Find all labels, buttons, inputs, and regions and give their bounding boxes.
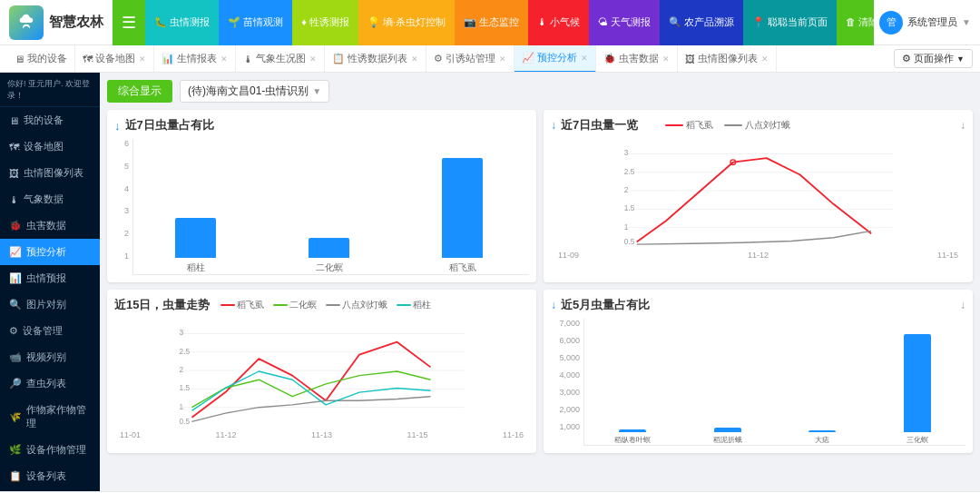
close-icon[interactable]: ✕: [139, 54, 146, 64]
map-sidebar-icon: 🗺: [9, 142, 19, 153]
sidebar-item-analysis[interactable]: 📈 预控分析: [0, 239, 100, 265]
nav-tab-menu[interactable]: ☰: [113, 0, 145, 45]
bar-4-3: [808, 430, 836, 432]
legend-3-4: 稻柱: [397, 299, 431, 311]
bar-1: [175, 218, 216, 258]
device-icon: 🖥: [15, 54, 24, 64]
bar-label-4-1: 稻纵卷叶螟: [614, 435, 651, 445]
sub-tab-device-map[interactable]: 🗺 设备地图✕: [75, 45, 154, 73]
image-list-sidebar-icon: 🖼: [9, 168, 19, 179]
bar-chart-icon: ↓: [114, 119, 121, 133]
page-action-btn[interactable]: ⚙ 页面操作 ▼: [894, 49, 973, 68]
sub-tab-data-list[interactable]: 📋 性诱数据列表✕: [325, 45, 426, 73]
svg-text:2.5: 2.5: [180, 347, 191, 356]
bar-label-4-2: 稻泥折蛾: [713, 435, 742, 445]
close-icon-8[interactable]: ✕: [761, 54, 769, 64]
svg-text:1: 1: [624, 222, 629, 232]
close-icon-4[interactable]: ✕: [411, 54, 418, 64]
sidebar-item-video[interactable]: 📹 视频列别: [0, 344, 100, 370]
bar-group-1: 稻柱: [138, 218, 253, 274]
chart1-y-axis: 6 5 4 3 2 1: [114, 139, 132, 275]
nav-tab-bug[interactable]: 🐛 虫情测报: [145, 0, 219, 45]
device-select[interactable]: (待)海南文昌01-虫情识别 ▼: [180, 80, 329, 103]
weather-chart-icon: 🌡: [243, 54, 253, 64]
sidebar-item-image-compare[interactable]: 🔍 图片对别: [0, 291, 100, 318]
chart1-bars: 稻柱 二化螟 稻飞虱: [132, 139, 529, 275]
sidebar-item-device-crop[interactable]: 🌿 设备作物管理: [0, 437, 100, 463]
close-icon-2[interactable]: ✕: [220, 54, 228, 64]
sub-tab-pest-images[interactable]: 🖼 虫情图像列表✕: [678, 45, 777, 73]
sidebar-item-forecast[interactable]: 📊 虫情预报: [0, 265, 100, 291]
svg-text:1: 1: [180, 402, 184, 411]
bar-label-3: 稻飞虱: [449, 261, 476, 274]
header-user[interactable]: 管 系统管理员 ▼: [879, 11, 971, 35]
sub-tab-analysis[interactable]: 📈 预控分析✕: [514, 45, 596, 73]
device-crop-sidebar-icon: 🌿: [9, 444, 22, 456]
close-icon-6[interactable]: ✕: [581, 54, 588, 63]
manage-icon: ⚙: [434, 53, 443, 64]
bar-group-2: 二化螟: [271, 238, 387, 274]
nav-tab-sprout[interactable]: 🌱 苗情观测: [219, 0, 292, 45]
nav-tab-eco[interactable]: 📷 生态监控: [455, 0, 528, 45]
main-content: 综合显示 (待)海南文昌01-虫情识别 ▼ ↓ 近7日虫量占有比 6 5: [100, 73, 980, 491]
legend-3-1: 稻飞虱: [220, 299, 264, 311]
chart4-header: ↓ 近5月虫量占有比 ↓: [551, 297, 965, 313]
nav-tab-clear[interactable]: 🗑 清除缓存: [837, 0, 874, 45]
sub-tab-my-device[interactable]: 🖥 我的设备: [7, 45, 75, 73]
sidebar: 你好! 亚元用户. 欢迎登录！ 🖥 我的设备 🗺 设备地图 🖼 虫情图像列表 🌡…: [0, 73, 100, 491]
sidebar-user-greeting: 你好! 亚元用户. 欢迎登录！: [0, 73, 100, 107]
bar-group-4-2: 稻泥折蛾: [684, 428, 772, 445]
sub-tab-attract-manage[interactable]: ⚙ 引诱站管理✕: [426, 45, 514, 73]
cloud-leaf-icon: [16, 13, 36, 33]
chart2-download-icon[interactable]: ↓: [960, 119, 965, 132]
bar-chart2-icon: ↓: [551, 299, 556, 311]
map-icon: 🗺: [83, 54, 93, 64]
sidebar-item-search-pest[interactable]: 🔎 查虫列表: [0, 370, 100, 397]
comprehensive-display-button[interactable]: 综合显示: [107, 80, 172, 103]
bar-label-2: 二化螟: [316, 261, 343, 274]
chart-panel-1: ↓ 近7日虫量占有比 6 5 4 3 2 1: [107, 110, 536, 282]
sidebar-item-pest-images[interactable]: 🖼 虫情图像列表: [0, 160, 100, 186]
sub-tab-report[interactable]: 📊 生情报表✕: [154, 45, 236, 73]
nav-tab-lamp[interactable]: 💡 墒·杀虫灯控制: [358, 0, 455, 45]
nav-tab-trace[interactable]: 🔍 农产品溯源: [660, 0, 743, 45]
sub-tab-weather-chart[interactable]: 🌡 气象生况图✕: [236, 45, 325, 73]
chart3-title: 近15日，虫量走势: [114, 297, 210, 313]
dropdown-icon: ▼: [956, 54, 965, 64]
header: 智慧农林 ☰ 🐛 虫情测报 🌱 苗情观测 ♦ 牲诱测报 💡 墒·杀虫灯控制 📷 …: [0, 0, 980, 45]
user-avatar: 管: [879, 11, 903, 35]
close-icon-7[interactable]: ✕: [662, 54, 670, 64]
settings-icon: ⚙: [902, 53, 911, 64]
nav-tab-current[interactable]: 📍 聪聪当前页面: [743, 0, 837, 45]
bar-2: [309, 238, 349, 258]
nav-tab-trap[interactable]: ♦ 牲诱测报: [292, 0, 358, 45]
bar-label-1: 稻柱: [187, 261, 205, 274]
sidebar-item-pest-data[interactable]: 🐞 虫害数据: [0, 212, 100, 239]
bar-4-2: [714, 428, 741, 432]
chart-panel-4: ↓ 近5月虫量占有比 ↓ 7,000 6,000 5,000 4,000 3,0…: [544, 290, 973, 453]
chart4-download-icon[interactable]: ↓: [960, 299, 965, 311]
sidebar-item-device-map[interactable]: 🗺 设备地图: [0, 133, 100, 160]
chart2-header: ↓ 近7日虫量一览 稻飞虱 八点刘灯蛾 ↓: [551, 117, 965, 133]
chart4-y-axis: 7,000 6,000 5,000 4,000 3,000 2,000 1,00…: [551, 319, 583, 446]
close-icon-5[interactable]: ✕: [499, 54, 506, 64]
chart1-title: ↓ 近7日虫量占有比: [114, 117, 529, 133]
nav-tab-weather[interactable]: 🌤 天气测报: [589, 0, 660, 45]
forecast-sidebar-icon: 📊: [9, 272, 22, 284]
nav-tab-climate[interactable]: 🌡 小气候: [528, 0, 589, 45]
sidebar-item-crop-manage[interactable]: 🌾 作物家作物管理: [0, 397, 100, 437]
sidebar-item-my-device[interactable]: 🖥 我的设备: [0, 107, 100, 133]
nav-tabs: ☰ 🐛 虫情测报 🌱 苗情观测 ♦ 牲诱测报 💡 墒·杀虫灯控制 📷 生态监控 …: [113, 0, 874, 45]
chart4-area: 7,000 6,000 5,000 4,000 3,000 2,000 1,00…: [551, 319, 965, 446]
sub-tab-pest-data[interactable]: 🐞 虫害数据✕: [596, 45, 678, 73]
close-icon-3[interactable]: ✕: [309, 54, 317, 64]
sidebar-item-weather[interactable]: 🌡 气象数据: [0, 186, 100, 212]
compare-sidebar-icon: 🔍: [9, 299, 22, 311]
weather-sidebar-icon: 🌡: [9, 194, 19, 205]
line-chart-icon: ↓: [551, 119, 556, 132]
sidebar-item-device-list[interactable]: 📋 设备列表: [0, 463, 100, 489]
main-layout: 你好! 亚元用户. 欢迎登录！ 🖥 我的设备 🗺 设备地图 🖼 虫情图像列表 🌡…: [0, 73, 980, 491]
bar-4-4: [904, 334, 931, 432]
sidebar-item-device-manage[interactable]: ⚙ 设备管理: [0, 318, 100, 344]
svg-text:0.5: 0.5: [624, 237, 635, 246]
